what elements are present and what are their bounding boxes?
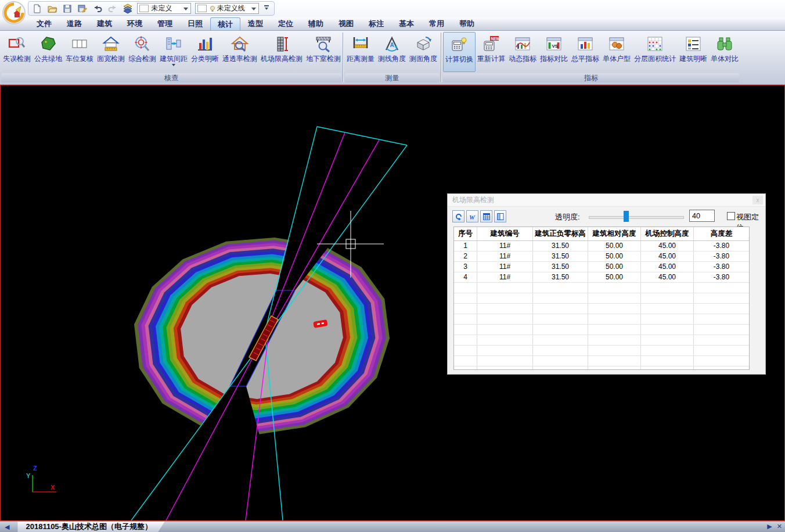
line-angle-icon: A [383,33,401,55]
basement-detect-icon [314,33,333,55]
redo-icon[interactable] [107,3,118,15]
column-view-button[interactable] [494,210,506,222]
close-drawing-button[interactable]: ✕ [777,523,782,530]
btn-index-compare[interactable]: VS 指标对比 [538,32,570,72]
tab-modeling[interactable]: 造型 [240,17,271,30]
table-empty-row[interactable] [454,346,749,356]
tab-building[interactable]: 建筑 [89,17,120,30]
layers-icon[interactable] [123,3,134,15]
prev-drawing-arrow[interactable]: ◀ [5,523,9,531]
header-control-height[interactable]: 机场控制高度 [641,227,694,240]
undo-icon[interactable] [92,3,103,15]
btn-building-spacing[interactable]: 建筑间距 [158,32,189,72]
save-as-icon[interactable] [77,3,88,15]
drawing-tab[interactable]: 20181105-奥山技术总图（电子规整） [17,522,164,532]
table-empty-row[interactable] [454,325,749,335]
unit-type-icon [607,33,626,55]
btn-recalculate[interactable]: NEW 重新计算 [476,32,507,72]
tab-road[interactable]: 道路 [59,17,89,30]
ucs-axis-icon: X Y Z [26,465,56,492]
view-locate-checkbox[interactable] [727,212,735,220]
table-empty-row[interactable] [454,283,749,293]
header-zero-elevation[interactable]: 建筑正负零标高 [533,227,588,240]
slider-track[interactable] [589,216,684,219]
line-color-swatch [197,5,207,12]
slider-thumb[interactable] [624,211,629,222]
table-empty-row[interactable] [454,314,749,325]
btn-transparency-detect[interactable]: 通透率检测 [221,32,259,72]
distance-measure-icon [351,33,370,55]
btn-parking-check[interactable]: 车位复核 [64,32,95,72]
tab-environment[interactable]: 环境 [120,17,150,30]
btn-classification[interactable]: 分类明晰 [189,32,221,72]
table-empty-row[interactable] [454,335,749,346]
export-word-button[interactable]: W [466,210,478,222]
tab-management[interactable]: 管理 [150,17,180,30]
face-angle-icon [414,33,433,55]
tab-positioning[interactable]: 定位 [271,17,301,30]
btn-line-angle[interactable]: A 测线角度 [376,32,408,72]
table-empty-row[interactable] [454,304,749,314]
btn-floor-area-stats[interactable]: 分层面积统计 [632,32,678,72]
layer-style-dropdown[interactable]: 未定义 [137,3,190,14]
header-relative-height[interactable]: 建筑相对高度 [588,227,641,240]
table-empty-row[interactable] [454,366,749,370]
btn-site-index[interactable]: 总平指标 [570,32,601,72]
dialog-close-button[interactable]: x [752,196,763,204]
ribbon-divider [441,33,442,82]
word-export-icon: W [469,213,477,221]
header-seq[interactable]: 序号 [454,227,477,240]
btn-airport-height-detect[interactable]: 机场限高检测 [259,32,304,72]
btn-error-detect[interactable]: 失误检测 [1,32,33,72]
tab-file[interactable]: 文件 [29,17,59,30]
refresh-button[interactable] [452,210,464,222]
btn-green-space[interactable]: 公共绿地 [33,32,64,72]
table-row[interactable]: 4 11# 31.50 50.00 45.00 -3.80 [454,272,749,283]
toolbar-overflow-button[interactable] [263,3,271,15]
dialog-title: 机场限高检测 [452,196,494,204]
export-excel-button[interactable] [480,210,492,222]
app-logo-icon[interactable] [2,1,26,25]
new-file-icon[interactable] [32,3,43,15]
unit-compare-icon [715,33,734,55]
index-compare-icon: VS [545,33,563,55]
recalculate-icon: NEW [482,33,500,55]
table-row[interactable]: 2 11# 31.50 50.00 45.00 -3.80 [454,251,749,262]
open-file-icon[interactable] [47,3,58,15]
tab-help[interactable]: 帮助 [452,17,482,30]
svg-text:X: X [51,484,55,491]
tab-common[interactable]: 常用 [422,17,452,30]
tab-sunlight[interactable]: 日照 [180,17,210,30]
line-style-dropdown[interactable]: 未定义线 [195,3,259,14]
transparency-input[interactable] [689,210,715,222]
btn-face-width[interactable]: 面宽检测 [95,32,127,72]
btn-calc-switch[interactable]: 计算切换 [443,32,476,72]
header-height-diff[interactable]: 高度差 [694,227,749,240]
btn-building-clarity[interactable]: 建筑明晰 [678,32,709,72]
btn-distance-measure[interactable]: 距离测量 [345,32,376,72]
table-empty-row[interactable] [454,293,749,304]
transparency-slider[interactable] [589,209,683,224]
quick-access-toolbar: 未定义 未定义线 [0,0,785,17]
tab-view[interactable]: 视图 [331,17,361,30]
table-row[interactable]: 3 11# 31.50 50.00 45.00 -3.80 [454,262,749,272]
btn-basement-detect[interactable]: 地下室检测 [304,32,343,72]
tab-basic[interactable]: 基本 [391,17,422,30]
btn-dynamic-index[interactable]: 动态指标 [507,32,538,72]
save-icon[interactable] [62,3,73,15]
btn-unit-type[interactable]: 单体户型 [601,32,632,72]
tab-check-selected[interactable]: 核计 [210,17,240,30]
tab-annotation[interactable]: 标注 [361,17,391,30]
classification-icon [196,33,214,55]
btn-face-angle[interactable]: 测面角度 [408,32,439,72]
svg-text:Y: Y [26,472,31,479]
header-building-no[interactable]: 建筑编号 [477,227,533,240]
btn-comprehensive-detect[interactable]: 综合检测 [127,32,158,72]
next-drawing-arrow[interactable]: ▶ [767,523,772,530]
transparency-detect-icon [231,33,249,55]
table-row[interactable]: 1 11# 31.50 50.00 45.00 -3.80 [454,241,749,251]
tab-assist[interactable]: 辅助 [301,17,331,30]
table-empty-row[interactable] [454,356,749,366]
btn-unit-compare[interactable]: 单体对比 [709,32,740,72]
dialog-title-bar[interactable]: 机场限高检测 [448,194,765,207]
